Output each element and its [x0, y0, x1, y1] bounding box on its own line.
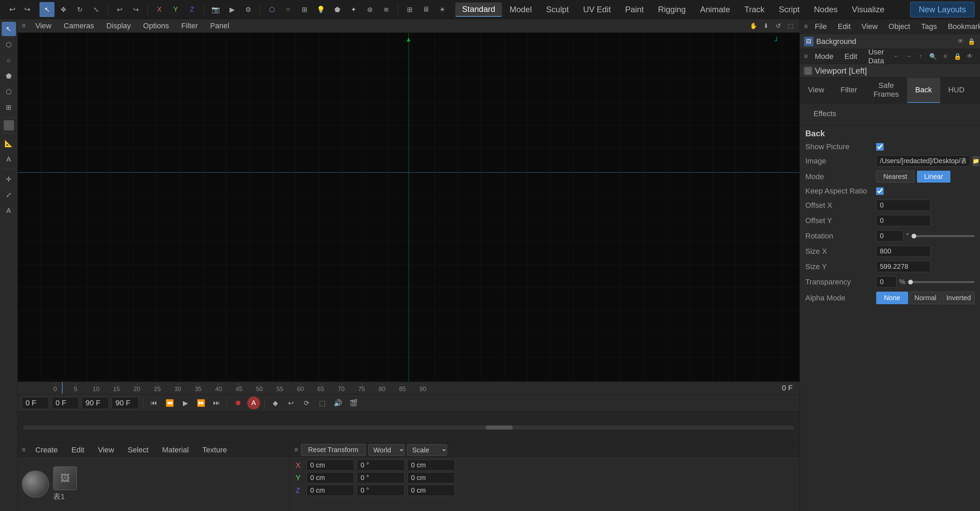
timeline-play[interactable]: ▶: [179, 396, 192, 409]
obj-mgr-menu-bookmarks[interactable]: Bookmarks: [943, 21, 980, 32]
timeline-motion-btn[interactable]: ⟳: [300, 396, 313, 409]
timeline-step-back[interactable]: ⏪: [163, 396, 176, 409]
mode-linear-btn[interactable]: Linear: [917, 171, 950, 183]
nav-mode-track[interactable]: Track: [738, 3, 771, 16]
attr-nav-back[interactable]: ←: [891, 51, 902, 62]
timeline-end2-frame-input[interactable]: [112, 397, 139, 409]
viewport-icon-btn[interactable]: 🖥: [418, 2, 433, 17]
deform-icon-btn[interactable]: ⬟: [329, 2, 345, 17]
image-path-input[interactable]: [876, 155, 970, 167]
left-tool-snap[interactable]: ✛: [2, 172, 16, 186]
z-axis-btn[interactable]: Z: [185, 2, 200, 17]
viewport-down-btn[interactable]: ⬇: [761, 21, 771, 31]
nav-mode-model[interactable]: Model: [503, 3, 538, 16]
cube-icon-btn[interactable]: ⬡: [264, 2, 279, 17]
attr-tab-effects[interactable]: Effects: [805, 106, 845, 122]
transform-y-rot[interactable]: [357, 472, 404, 483]
offset-y-input[interactable]: [876, 215, 931, 226]
attr-tab-view[interactable]: View: [800, 78, 832, 103]
light-icon-btn[interactable]: 💡: [313, 2, 328, 17]
nav-mode-nodes[interactable]: Nodes: [807, 3, 844, 16]
nav-mode-visualize[interactable]: Visualize: [845, 3, 891, 16]
left-tool-spline[interactable]: ○: [2, 53, 16, 67]
image-browse-btn[interactable]: 📁: [972, 156, 979, 166]
attr-nav-eye[interactable]: 👁: [964, 51, 975, 62]
mode-nearest-btn[interactable]: Nearest: [876, 171, 914, 183]
attr-tab-stereoscopic[interactable]: Stereoscopic: [972, 78, 980, 103]
object-row-background[interactable]: 🖼 Background 👁 🔒: [800, 34, 980, 49]
timeline-keyframe-btn[interactable]: ◆: [269, 396, 282, 409]
obj-mgr-menu-file[interactable]: File: [811, 21, 831, 32]
render2-icon-btn[interactable]: ⚙: [241, 2, 256, 17]
scale-icon-btn[interactable]: ⤡: [89, 2, 103, 17]
object-lock-btn[interactable]: 🔒: [967, 37, 976, 46]
timeline-end1-frame-input[interactable]: [82, 397, 109, 409]
material-swatch-default[interactable]: [22, 470, 49, 498]
attr-tab-hud[interactable]: HUD: [940, 78, 973, 103]
materials-menu-create[interactable]: Create: [31, 444, 62, 456]
nav-mode-sculpt[interactable]: Sculpt: [539, 3, 576, 16]
timeline-record-btn[interactable]: ⏺: [232, 396, 245, 409]
timeline-audio-btn[interactable]: 🔊: [331, 396, 344, 409]
transparency-value-input[interactable]: [876, 276, 897, 288]
attr-menu-edit[interactable]: Edit: [840, 51, 862, 62]
nav-mode-rigging[interactable]: Rigging: [651, 3, 693, 16]
materials-menu-edit[interactable]: Edit: [67, 444, 89, 456]
materials-menu-texture[interactable]: Texture: [198, 444, 231, 456]
obj-mgr-menu-object[interactable]: Object: [884, 21, 914, 32]
move-icon-btn[interactable]: ✥: [56, 2, 71, 17]
new-layouts-button[interactable]: New Layouts: [910, 2, 975, 18]
mograph-icon-btn[interactable]: ✦: [346, 2, 361, 17]
viewport-menu-panel[interactable]: Panel: [205, 20, 235, 32]
nav-mode-uvedit[interactable]: UV Edit: [576, 3, 617, 16]
timeline-skip-to-end[interactable]: ⏭: [210, 396, 223, 409]
sphere-icon-btn[interactable]: ○: [281, 2, 296, 17]
timeline-current-frame-input[interactable]: [52, 397, 79, 409]
transform-y-pos[interactable]: [307, 472, 354, 483]
select-icon-btn[interactable]: ↖: [40, 2, 54, 17]
transform-z-scale[interactable]: [407, 485, 455, 496]
alpha-normal-btn[interactable]: Normal: [910, 291, 942, 304]
transparency-slider[interactable]: [908, 281, 975, 283]
nav-mode-script[interactable]: Script: [772, 3, 807, 16]
attr-nav-search[interactable]: 🔍: [928, 51, 939, 62]
alpha-none-btn[interactable]: None: [876, 291, 908, 304]
left-tool-nurbs[interactable]: ⬟: [2, 69, 16, 83]
attr-menu-mode[interactable]: Mode: [811, 51, 838, 62]
viewport-menu-cameras[interactable]: Cameras: [58, 20, 99, 32]
nav-mode-animate[interactable]: Animate: [693, 3, 737, 16]
rotate-icon-btn[interactable]: ↻: [72, 2, 87, 17]
left-tool-transform[interactable]: ⤢: [2, 188, 16, 202]
camera-icon-btn[interactable]: 📷: [208, 2, 223, 17]
timeline-step-fwd[interactable]: ⏩: [194, 396, 207, 409]
left-tool-primitive[interactable]: ⬡: [2, 84, 16, 99]
transform-x-rot[interactable]: [357, 460, 404, 471]
timeline-skip-to-start[interactable]: ⏮: [148, 396, 161, 409]
viewport-menu-view[interactable]: View: [30, 20, 57, 32]
left-tool-generators[interactable]: ⊞: [2, 100, 16, 115]
dynamics-icon-btn[interactable]: ⊛: [362, 2, 377, 17]
timeline-loop-btn[interactable]: ↩: [284, 396, 297, 409]
transform-y-scale[interactable]: [407, 472, 455, 483]
left-tool-color[interactable]: [4, 120, 14, 131]
alpha-inverted-btn[interactable]: Inverted: [943, 291, 975, 304]
viewport-menu-filter[interactable]: Filter: [176, 20, 203, 32]
materials-menu-view[interactable]: View: [94, 444, 118, 456]
transform-x-pos[interactable]: [307, 460, 354, 471]
undo2-icon-btn[interactable]: ↩: [112, 2, 127, 17]
undo-button[interactable]: ↩: [5, 3, 19, 16]
hair-icon-btn[interactable]: ≋: [379, 2, 394, 17]
redo2-icon-btn[interactable]: ↪: [128, 2, 143, 17]
size-y-input[interactable]: [876, 261, 931, 272]
timeline-render-btn[interactable]: 🎬: [347, 396, 360, 409]
obj-mgr-menu-tags[interactable]: Tags: [917, 21, 941, 32]
left-tool-layout[interactable]: A: [2, 204, 16, 218]
object-visible-btn[interactable]: 👁: [956, 37, 965, 46]
transform-z-pos[interactable]: [307, 485, 354, 496]
viewport-menu-options[interactable]: Options: [138, 20, 174, 32]
timeline-scrollbar[interactable]: [23, 425, 794, 430]
left-tool-polygon[interactable]: ⬡: [2, 37, 16, 52]
render-view-btn[interactable]: ☀: [435, 2, 450, 17]
y-axis-btn[interactable]: Y: [168, 2, 183, 17]
reset-transform-btn[interactable]: Reset Transform: [301, 444, 366, 456]
